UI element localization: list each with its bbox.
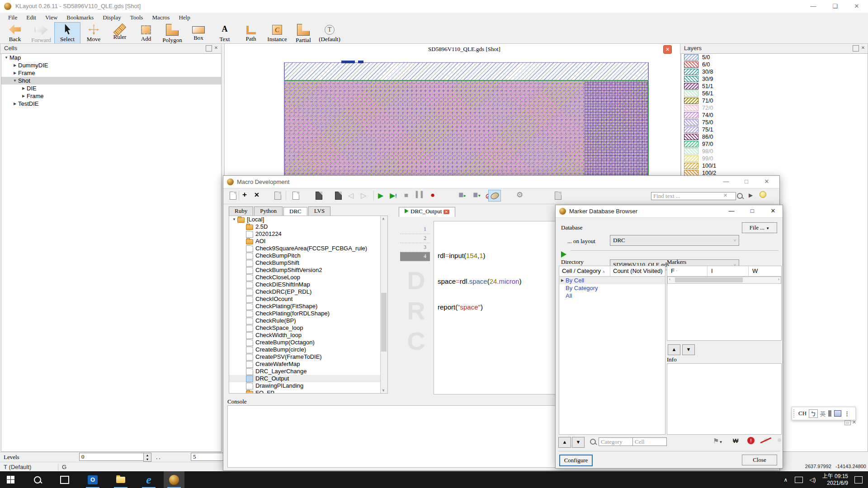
drag-handle-icon[interactable] xyxy=(793,409,797,418)
macro-file-row[interactable]: CreateBump(Octagon) xyxy=(229,339,380,346)
toolbar-button[interactable]: Select xyxy=(54,22,80,44)
scroll-thumb[interactable] xyxy=(381,293,387,352)
lang-tab[interactable]: Python xyxy=(254,206,283,216)
expander-icon[interactable]: ▶ xyxy=(12,61,18,69)
menu-item[interactable]: View xyxy=(41,13,62,22)
properties-icon[interactable] xyxy=(555,192,561,200)
layer-row[interactable]: 99/0 xyxy=(681,155,868,162)
layer-row[interactable]: 97/0 xyxy=(681,141,868,148)
expander-icon[interactable]: ▼ xyxy=(231,216,237,223)
toolbar-button[interactable]: Partial xyxy=(290,22,316,45)
close-dialog-button[interactable]: Close xyxy=(742,455,777,465)
mini-window-controls[interactable]: ▭ ✕ xyxy=(844,419,856,425)
tree-scrollbar[interactable]: ∧ ∨ xyxy=(380,216,387,393)
ime-options-icon[interactable]: ⋮ xyxy=(844,410,850,417)
gear-icon[interactable]: ⚙ xyxy=(516,190,523,200)
expander-icon[interactable]: ▶ xyxy=(12,69,18,77)
directory-item[interactable]: All xyxy=(566,292,572,300)
layer-row[interactable]: 86/0 xyxy=(681,133,868,141)
scroll-up-icon[interactable]: ∧ xyxy=(382,217,385,221)
ime-mode-button[interactable]: ㄅ xyxy=(809,409,818,418)
layer-row[interactable]: 56/1 xyxy=(681,90,868,97)
cell-tree-row[interactable]: ▶DummyDIE xyxy=(1,61,221,69)
macro-minimize-button[interactable]: — xyxy=(718,177,734,186)
taskbar-klayout[interactable] xyxy=(164,471,184,488)
markers-hscrollbar[interactable]: ‹ › xyxy=(667,277,781,284)
macro-file-row[interactable]: CheckPlating(FitShape) xyxy=(229,303,380,310)
pebble-breakpoint-icon[interactable] xyxy=(488,190,501,202)
macro-file-row[interactable]: CheckIOcount xyxy=(229,296,380,303)
layer-row[interactable]: 71/0 xyxy=(681,97,868,104)
close-dock-icon[interactable]: ✕ xyxy=(860,45,866,51)
macro-file-row[interactable]: CheckRule(BP) xyxy=(229,317,380,324)
run-icon[interactable]: ▶ xyxy=(378,191,383,200)
cell-tree-row[interactable]: ▶Frame xyxy=(1,69,221,77)
col-w[interactable]: W xyxy=(748,266,758,276)
layer-row[interactable]: 30/9 xyxy=(681,75,868,83)
level-spinner[interactable]: ▲▼ xyxy=(143,453,151,462)
up-icon[interactable]: ▲ xyxy=(558,437,571,448)
close-dock-icon[interactable]: ✕ xyxy=(213,45,219,51)
error-icon[interactable]: ! xyxy=(747,437,755,444)
stop-icon[interactable]: ■ xyxy=(404,191,408,199)
run-from-current-icon[interactable]: ▶! xyxy=(390,191,397,200)
macro-file-row[interactable]: CheckDRC(EP_RDL) xyxy=(229,288,380,296)
col-i[interactable]: I xyxy=(707,266,748,276)
toolbar-button[interactable]: CInstance xyxy=(264,22,290,44)
cell-tree-row[interactable]: ▶DIE xyxy=(1,84,221,92)
macro-file-row[interactable]: 20201224 xyxy=(229,230,380,238)
import-icon[interactable] xyxy=(316,192,322,200)
expander-icon[interactable]: ▼ xyxy=(3,54,9,61)
col-f[interactable]: F ˇ xyxy=(667,266,707,276)
macro-file-row[interactable]: CheckBumpShift xyxy=(229,259,380,267)
down-icon[interactable]: ▼ xyxy=(572,437,585,448)
forward-icon[interactable]: ▷ xyxy=(361,191,366,200)
macro-file-row[interactable]: CheckDIEShiftInMap xyxy=(229,281,380,288)
tray-expand-icon[interactable]: ∧ xyxy=(784,477,788,483)
layer-row[interactable]: 30/8 xyxy=(681,68,868,75)
add-icon[interactable]: + xyxy=(242,190,247,199)
toolbar-button[interactable]: Path xyxy=(238,22,264,43)
macro-file-row[interactable]: CheckSpace_loop xyxy=(229,324,380,332)
close-button[interactable]: ✕ xyxy=(849,2,864,11)
menu-item[interactable]: Tools xyxy=(126,13,148,22)
maximize-button[interactable]: ❏ xyxy=(827,2,843,11)
configure-button[interactable]: Configure xyxy=(559,455,593,466)
level-from-input[interactable] xyxy=(79,453,147,461)
macro-file-row[interactable]: CheckBumpShiftVersion2 xyxy=(229,267,380,274)
layer-row[interactable]: 98/0 xyxy=(681,148,868,155)
layer-row[interactable]: 51/1 xyxy=(681,83,868,90)
new-file-icon[interactable] xyxy=(292,192,299,200)
menu-item[interactable]: Help xyxy=(174,13,194,22)
menu-item[interactable]: File xyxy=(4,13,22,22)
editor-tab[interactable]: DRC_Output ✕ xyxy=(399,207,455,217)
expander-icon[interactable]: ▶ xyxy=(559,277,566,284)
toolbar-button[interactable]: Box xyxy=(185,22,212,42)
macro-file-row[interactable]: FO_FP xyxy=(229,389,380,394)
level-to-input[interactable] xyxy=(191,453,225,461)
directory-item[interactable]: By Cell xyxy=(566,277,584,284)
directory-item[interactable]: By Category xyxy=(566,285,598,292)
layer-row[interactable]: 6/0 xyxy=(681,61,868,68)
expander-icon[interactable]: ▶ xyxy=(20,92,27,100)
action-center-icon[interactable] xyxy=(854,476,863,483)
macro-file-row[interactable]: AOI xyxy=(229,238,380,245)
indent-icon[interactable]: ≣▸ xyxy=(458,191,466,198)
scroll-thumb[interactable] xyxy=(675,277,743,282)
marker-maximize-button[interactable]: □ xyxy=(745,206,760,216)
ime-lang-button[interactable]: CH xyxy=(798,410,807,417)
macro-file-row[interactable]: CheckCloseLoop xyxy=(229,274,380,281)
macro-file-row[interactable]: CheckBumpPitch xyxy=(229,252,380,259)
rescan-run-icon[interactable] xyxy=(561,251,566,258)
minimize-button[interactable]: — xyxy=(806,2,821,11)
bulb-icon[interactable] xyxy=(760,191,766,198)
close-tab-icon[interactable]: ✕ xyxy=(443,210,450,214)
macro-file-row[interactable]: CheckWidth_loop xyxy=(229,332,380,339)
ime-bar-icon[interactable] xyxy=(828,410,831,417)
delete-icon[interactable]: ✕ xyxy=(254,191,259,198)
rename-icon[interactable] xyxy=(274,192,281,200)
cell-tree-row[interactable]: ▼Map xyxy=(1,54,221,61)
menu-item[interactable]: Bookmarks xyxy=(62,13,98,22)
network-icon[interactable] xyxy=(795,477,803,483)
macro-close-button[interactable]: ✕ xyxy=(759,177,774,186)
